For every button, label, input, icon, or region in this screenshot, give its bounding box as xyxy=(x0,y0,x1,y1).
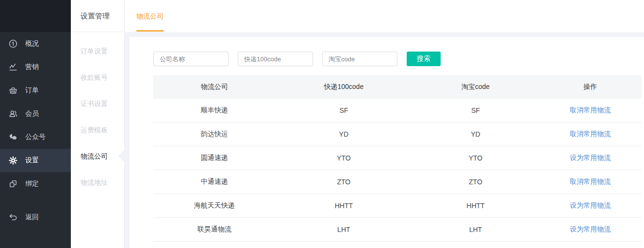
sidebar-item-label: 设置 xyxy=(25,156,39,165)
col-header-company: 物流公司 xyxy=(153,83,276,91)
sidebar-item-label: 概况 xyxy=(25,39,39,48)
cell-taobao-code: YTO xyxy=(412,154,539,162)
gear-icon xyxy=(8,156,17,165)
cell-taobao-code: LHT xyxy=(412,226,539,233)
tab-bar: 物流公司 xyxy=(125,0,644,32)
cell-company: 联昊通物流 xyxy=(153,225,276,234)
sidebar-item-label: 会员 xyxy=(25,109,39,118)
content-area: 物流公司 搜索 物流公司 快递100code 淘宝code 操作 xyxy=(125,0,644,248)
cell-company: 韵达快运 xyxy=(153,130,276,139)
sidebar-item-settings[interactable]: 设置 xyxy=(0,149,71,172)
sidebar-item-label: 订单 xyxy=(25,86,39,95)
cell-kuaidi100-code: LHT xyxy=(276,226,413,233)
sidebar-item-overview[interactable]: 概况 xyxy=(0,32,71,55)
search-row: 搜索 xyxy=(153,52,644,66)
sidebar-item-label: 公众号 xyxy=(25,133,46,142)
cell-company: 圆通速递 xyxy=(153,154,276,162)
submenu-list: 订单设置 收款账号 证书设置 运费模板 物流公司 物流地址 xyxy=(71,32,124,195)
toggle-common-logistics-link[interactable]: 取消常用物流 xyxy=(570,177,611,185)
cell-kuaidi100-code: ZTO xyxy=(276,178,413,186)
cell-taobao-code: SF xyxy=(412,106,539,114)
sidebar-item-bind[interactable]: 绑定 xyxy=(0,172,71,195)
col-header-kuaidi100: 快递100code xyxy=(276,83,413,91)
toggle-common-logistics-link[interactable]: 设为常用物流 xyxy=(570,225,611,233)
line-chart-icon xyxy=(8,63,17,72)
active-tab-underline xyxy=(136,30,164,32)
active-item-arrow xyxy=(118,149,125,163)
submenu-item-logistics-company[interactable]: 物流公司 xyxy=(71,143,124,169)
toggle-common-logistics-link[interactable]: 取消常用物流 xyxy=(570,130,611,138)
table-row: 顺丰快递 SF SF 取消常用物流 xyxy=(153,99,642,123)
table-row: 海航天天快递 HHTT HHTT 设为常用物流 xyxy=(153,194,642,218)
app-window: 概况 营销 订单 会员 公众号 xyxy=(0,0,644,248)
search-button[interactable]: 搜索 xyxy=(407,52,441,66)
bind-icon xyxy=(8,179,17,189)
tab-logistics-company[interactable]: 物流公司 xyxy=(136,0,164,32)
table-header: 物流公司 快递100code 淘宝code 操作 xyxy=(153,75,642,99)
main-panel: 搜索 物流公司 快递100code 淘宝code 操作 顺丰快递 SF SF 取… xyxy=(125,32,644,248)
wechat-icon xyxy=(8,133,17,142)
sidebar-item-label: 营销 xyxy=(25,63,39,71)
cell-company: 海航天天快递 xyxy=(153,201,276,210)
member-icon xyxy=(8,109,17,119)
settings-submenu: 设置管理 订单设置 收款账号 证书设置 运费模板 物流公司 物流地址 xyxy=(71,0,125,248)
sidebar-item-orders[interactable]: 订单 xyxy=(0,79,71,102)
table-row: 圆通速递 YTO YTO 设为常用物流 xyxy=(153,146,642,170)
cell-kuaidi100-code: HHTT xyxy=(276,202,413,210)
sidebar-item-marketing[interactable]: 营销 xyxy=(0,55,71,79)
toggle-common-logistics-link[interactable]: 设为常用物流 xyxy=(570,201,611,209)
cell-taobao-code: HHTT xyxy=(412,202,539,210)
company-name-input[interactable] xyxy=(153,52,229,66)
submenu-item-order-settings[interactable]: 订单设置 xyxy=(71,38,124,64)
cell-kuaidi100-code: SF xyxy=(276,106,413,114)
cell-company: 顺丰快递 xyxy=(153,106,276,115)
sidebar-item-members[interactable]: 会员 xyxy=(0,102,71,125)
cell-kuaidi100-code: YD xyxy=(276,130,413,138)
toggle-common-logistics-link[interactable]: 取消常用物流 xyxy=(570,106,611,114)
back-arrow-icon xyxy=(8,213,17,222)
logistics-table: 物流公司 快递100code 淘宝code 操作 顺丰快递 SF SF 取消常用… xyxy=(153,75,642,248)
sidebar-item-official-account[interactable]: 公众号 xyxy=(0,125,71,149)
basket-icon xyxy=(8,86,17,95)
cell-kuaidi100-code: YTO xyxy=(276,154,413,162)
submenu-item-freight-template[interactable]: 运费模板 xyxy=(71,117,124,143)
cell-taobao-code: YD xyxy=(412,130,539,138)
logistics-card: 搜索 物流公司 快递100code 淘宝code 操作 顺丰快递 SF SF 取… xyxy=(130,37,644,248)
cell-taobao-code: ZTO xyxy=(412,178,539,186)
primary-sidebar: 概况 营销 订单 会员 公众号 xyxy=(0,0,71,248)
kuaidi100-code-input[interactable] xyxy=(238,52,313,66)
table-row-partial xyxy=(153,242,642,248)
sidebar-item-label: 返回 xyxy=(25,213,39,222)
table-row: 联昊通物流 LHT LHT 设为常用物流 xyxy=(153,218,642,242)
cell-company: 中通速递 xyxy=(153,177,276,186)
submenu-item-certificate-settings[interactable]: 证书设置 xyxy=(71,90,124,117)
sidebar-item-return[interactable]: 返回 xyxy=(0,206,71,229)
table-row: 中通速递 ZTO ZTO 取消常用物流 xyxy=(153,170,642,194)
taobao-code-input[interactable] xyxy=(322,52,397,66)
sidebar-logo-area xyxy=(0,0,71,32)
table-row: 韵达快运 YD YD 取消常用物流 xyxy=(153,123,642,146)
submenu-item-payment-account[interactable]: 收款账号 xyxy=(71,64,124,90)
sidebar-item-label: 绑定 xyxy=(25,179,39,188)
toggle-common-logistics-link[interactable]: 设为常用物流 xyxy=(570,154,611,161)
overview-icon xyxy=(8,39,17,49)
submenu-item-logistics-address[interactable]: 物流地址 xyxy=(71,169,124,195)
submenu-title: 设置管理 xyxy=(71,0,124,32)
col-header-action: 操作 xyxy=(539,83,642,91)
col-header-taobao: 淘宝code xyxy=(412,83,539,91)
